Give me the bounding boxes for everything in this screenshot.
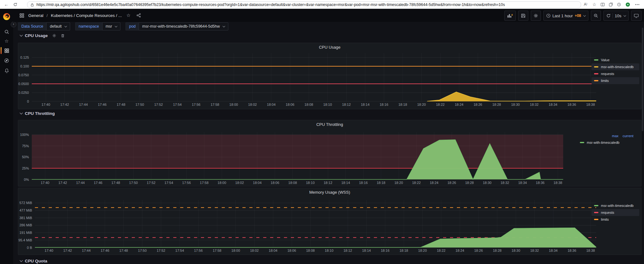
svg-text:17:46: 17:46 [101,249,109,252]
row-settings-gear-icon[interactable] [52,34,56,38]
svg-text:18:08: 18:08 [306,249,315,252]
svg-text:17:48: 17:48 [119,249,128,252]
svg-text:18:30: 18:30 [483,181,491,185]
variable-datasource-label: Data Source [18,22,46,30]
panel-cpu-usage: CPU Usage 17:4017:4217:4417:4617:4817:50… [18,43,641,109]
svg-text:572 MiB: 572 MiB [19,201,32,205]
sidebar-expand-button[interactable]: › [11,22,16,27]
refresh-picker[interactable]: 10s [603,11,629,21]
svg-text:18:18: 18:18 [377,181,386,185]
legend-calc-max[interactable]: max [612,134,619,138]
svg-text:17:50: 17:50 [129,181,138,185]
alerting-bell-icon[interactable] [0,67,13,75]
svg-text:18:38: 18:38 [553,181,562,185]
svg-text:18:16: 18:16 [381,249,390,252]
search-icon[interactable] [0,28,13,36]
svg-text:17:40: 17:40 [41,181,49,185]
url-bar[interactable]: https://mtr.qa.agilopshub.com/d/6581e46e… [27,1,581,8]
cpu-throttling-chart[interactable]: 17:4017:4217:4417:4617:4817:5017:5217:54… [18,120,642,187]
dashboards-icon[interactable] [0,46,13,55]
svg-text:0.0250: 0.0250 [18,91,29,94]
svg-text:0.100: 0.100 [20,64,29,68]
collections-icon[interactable] [607,0,614,9]
legend-series-label: limits [601,218,609,221]
browser-extension-icon[interactable] [624,0,631,9]
legend-series-label: Value [601,58,609,62]
section-title: CPU Throttling [25,111,55,116]
scrollbar[interactable] [642,28,643,131]
memory-wss-legend: msr-with-timescaledbrequestslimits [591,202,639,223]
section-header-cpu-quota[interactable]: CPU Quota [20,259,47,263]
svg-text:18:34: 18:34 [549,103,558,106]
favorite-star-icon[interactable]: ☆ [591,0,598,9]
legend-series-marker [594,59,598,61]
read-aloud-icon[interactable]: A) [582,0,589,9]
legend-series-marker [594,66,598,67]
cpu-throttling-legend: msr-with-timescaledb [577,139,640,146]
grafana-logo[interactable] [0,13,13,21]
svg-text:18:12: 18:12 [343,249,352,252]
legend-item[interactable]: msr-with-timescaledb [577,139,640,146]
legend-item[interactable]: msr-with-timescaledb [591,202,639,209]
memory-wss-chart[interactable]: 17:4017:4217:4417:4617:4817:5017:5217:54… [18,188,642,255]
row-delete-trash-icon[interactable] [61,34,65,38]
breadcrumb-dashboard[interactable]: Kubernetes / Compute Resources / ... [51,13,122,18]
chevron-down-icon [20,111,23,115]
svg-text:18:22: 18:22 [437,249,446,252]
utc-offset: +08 [575,13,581,18]
kiosk-mode-button[interactable] [631,11,641,21]
svg-text:17:58: 17:58 [211,103,219,106]
svg-text:18:02: 18:02 [250,249,259,252]
variable-datasource-select[interactable]: default [46,22,70,30]
variable-namespace-label: namespace [75,22,102,30]
breadcrumb-general[interactable]: General [28,13,43,18]
explore-compass-icon[interactable] [0,57,13,65]
browser-back-icon[interactable]: ← [3,0,10,9]
legend-series-marker [594,219,598,220]
svg-text:0.125: 0.125 [20,56,29,59]
legend-item[interactable]: msr-with-timescaledb [591,63,639,70]
variable-pod-select[interactable]: msr-msr-with-timescaledb-78fc59644-5d5hw [139,22,228,30]
svg-text:18:32: 18:32 [530,103,539,106]
star-dashboard-icon[interactable]: ☆ [125,12,132,19]
legend-item[interactable]: requests [591,209,639,216]
browser-reload-icon[interactable] [11,0,19,9]
svg-text:17:50: 17:50 [138,249,147,252]
url-text: https://mtr.qa.agilopshub.com/d/6581e46e… [36,3,505,7]
svg-text:18:36: 18:36 [568,249,576,252]
chevron-down-icon [223,24,225,27]
time-range-picker[interactable]: Last 1 hour +08 [543,11,588,21]
legend-item[interactable]: limits [591,216,639,223]
variable-namespace-select[interactable]: msr [102,22,121,30]
save-dashboard-button[interactable] [518,11,528,21]
starred-dashboards-icon[interactable]: ☆ [0,37,13,45]
legend-calc-current[interactable]: current [623,134,633,138]
svg-text:75%: 75% [22,144,29,148]
legend-item[interactable]: limits [591,77,639,84]
section-header-cpu-usage[interactable]: CPU Usage [20,33,65,38]
svg-text:50%: 50% [22,155,29,159]
apps-grid-icon[interactable] [18,12,25,19]
svg-text:18:04: 18:04 [267,103,276,106]
share-icon[interactable] [135,12,142,19]
variable-pod: pod msr-msr-with-timescaledb-78fc59644-5… [125,22,228,30]
chevron-down-icon [115,24,117,27]
svg-text:18:22: 18:22 [412,181,421,185]
more-options-icon[interactable] [633,0,641,9]
svg-text:17:44: 17:44 [82,249,91,252]
svg-text:18:34: 18:34 [518,181,527,185]
svg-text:17:54: 17:54 [173,103,182,106]
cpu-usage-chart[interactable]: 17:4017:4217:4417:4617:4817:5017:5217:54… [18,43,642,110]
legend-item[interactable]: requests [591,70,639,77]
svg-text:18:08: 18:08 [288,181,297,185]
legend-item[interactable]: Value [591,57,639,63]
dashboard-settings-button[interactable] [531,11,541,21]
section-header-cpu-throttling[interactable]: CPU Throttling [20,111,55,116]
svg-text:18:26: 18:26 [474,249,483,252]
svg-text:18:32: 18:32 [501,181,509,185]
zoom-out-button[interactable] [591,11,601,21]
split-screen-icon[interactable] [599,0,606,9]
history-icon[interactable] [615,0,623,9]
svg-text:17:56: 17:56 [192,103,201,106]
add-panel-button[interactable]: + [504,11,516,21]
